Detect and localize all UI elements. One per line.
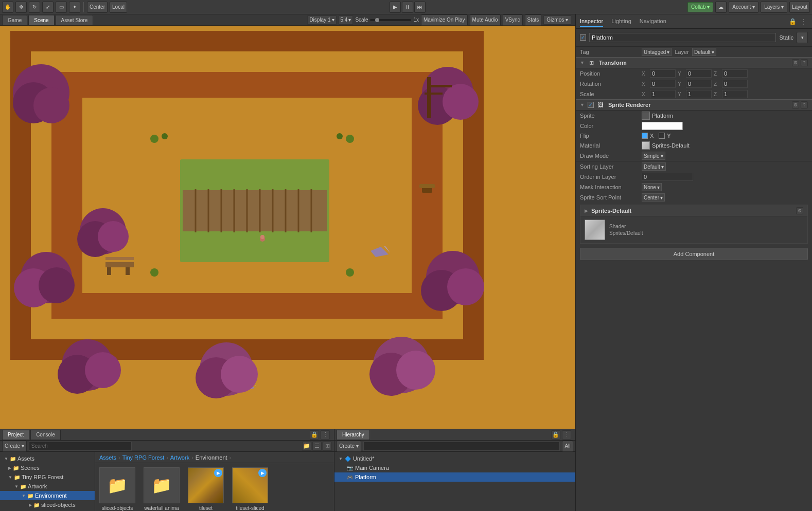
tab-hierarchy[interactable]: Hierarchy	[337, 430, 370, 440]
hierarchy-search[interactable]	[363, 442, 560, 451]
static-dropdown[interactable]: ▾	[797, 32, 808, 43]
hierarchy-platform[interactable]: 🎮 Platform	[334, 472, 575, 482]
aspect-select[interactable]: 5:4 ▾	[339, 15, 354, 25]
create-btn[interactable]: Create ▾	[2, 441, 27, 452]
position-x[interactable]	[650, 69, 676, 78]
object-name-input[interactable]	[589, 33, 776, 42]
sprite-renderer-checkbox[interactable]: ✓	[588, 102, 594, 108]
hierarchy-create-btn[interactable]: Create ▾	[337, 441, 361, 452]
custom-tool-btn[interactable]: ✦	[69, 2, 80, 13]
add-component-btn[interactable]: Add Component	[580, 248, 808, 260]
material-options-btn[interactable]: ⚙	[796, 207, 803, 214]
sorting-layer-dropdown[interactable]: Default ▾	[642, 162, 666, 171]
sr-help-btn[interactable]: ?	[801, 101, 808, 108]
inspector-menu-btn[interactable]: ⋮	[799, 17, 808, 26]
mask-interaction-dropdown[interactable]: None ▾	[642, 183, 662, 191]
hierarchy-scene-root[interactable]: ▼ 🔷 Untitled*	[334, 454, 575, 463]
local-btn[interactable]: Local	[110, 2, 127, 13]
draw-mode-dropdown[interactable]: Simple ▾	[642, 152, 665, 160]
layout-btn[interactable]: Layout	[789, 2, 810, 13]
tab-navigation[interactable]: Navigation	[640, 16, 666, 27]
tab-lighting[interactable]: Lighting	[611, 16, 631, 27]
tab-asset-store[interactable]: Asset Store	[56, 15, 94, 25]
asset-sliced-objects[interactable]: 📁 sliced-objects	[99, 467, 135, 511]
display-select[interactable]: Display 1 ▾	[307, 15, 336, 25]
tag-dropdown[interactable]: Untagged ▾	[642, 48, 672, 56]
breadcrumb-tiny-rpg[interactable]: Tiny RPG Forest	[122, 454, 165, 461]
position-z[interactable]	[722, 69, 748, 78]
tree-scenes[interactable]: ▶ 📁 Scenes	[0, 463, 95, 472]
scale-tool-btn[interactable]: ⤢	[42, 2, 54, 13]
breadcrumb-assets[interactable]: Assets	[99, 454, 116, 461]
asset-tileset-sliced[interactable]: ▶ tileset-sliced	[232, 467, 268, 511]
rect-tool-btn[interactable]: ▭	[56, 2, 67, 13]
play-btn[interactable]: ▶	[390, 2, 401, 13]
collab-btn[interactable]: Collab ▾	[687, 2, 713, 12]
project-search[interactable]	[29, 442, 132, 451]
tree-assets[interactable]: ▼ 📁 Assets	[0, 454, 95, 463]
hierarchy-main-camera[interactable]: 📷 Main Camera	[334, 463, 575, 472]
tree-sliced-objects[interactable]: ▶ 📁 sliced-objects	[0, 500, 95, 509]
tree-artwork[interactable]: ▼ 📁 Artwork	[0, 482, 95, 491]
object-active-checkbox[interactable]: ✓	[580, 34, 586, 41]
tab-game[interactable]: Game	[2, 15, 27, 25]
inspector-lock-btn[interactable]: 🔒	[788, 17, 797, 26]
position-row: Position X Y Z	[576, 68, 812, 79]
grid-view-btn[interactable]: ⊞	[323, 442, 332, 451]
transform-options-btn[interactable]: ⚙	[792, 59, 799, 66]
transform-header[interactable]: ▼ ⊞ Transform ⚙ ?	[576, 57, 812, 68]
project-menu-btn[interactable]: ⋮	[321, 430, 330, 440]
breadcrumb-artwork[interactable]: Artwork	[170, 454, 189, 461]
sprite-sort-dropdown[interactable]: Center ▾	[642, 193, 665, 202]
color-swatch[interactable]	[642, 122, 683, 130]
scale-slider[interactable]	[370, 19, 411, 21]
vsync-btn[interactable]: VSync	[503, 14, 523, 26]
account-dropdown[interactable]: Account ▾	[729, 2, 758, 13]
sprite-renderer-header[interactable]: ▼ ✓ 🖼 Sprite Renderer ⚙ ?	[576, 99, 812, 111]
center-btn[interactable]: Center	[87, 2, 108, 13]
maximize-btn[interactable]: Maximize On Play	[421, 14, 468, 26]
layers-dropdown[interactable]: Layers ▾	[761, 2, 787, 13]
hierarchy-lock-btn[interactable]: 🔒	[551, 430, 560, 440]
hand-tool-btn[interactable]: ✋	[2, 2, 13, 13]
rotate-tool-btn[interactable]: ↻	[29, 2, 40, 13]
tab-scene[interactable]: Scene	[28, 15, 54, 25]
list-view-btn[interactable]: ☰	[312, 442, 322, 451]
unity-icon: 🔷	[345, 456, 351, 462]
tree-item-label: Assets	[17, 455, 34, 462]
tab-console[interactable]: Console	[30, 430, 61, 440]
gizmos-btn[interactable]: Gizmos ▾	[543, 15, 571, 25]
svg-rect-39	[107, 267, 111, 275]
tree-environment[interactable]: ▼ 📁 Environment	[0, 491, 95, 500]
rotation-x[interactable]	[650, 80, 676, 88]
tab-inspector[interactable]: Inspector	[580, 16, 603, 27]
mute-btn[interactable]: Mute Audio	[470, 14, 501, 26]
move-tool-btn[interactable]: ✥	[15, 2, 27, 13]
rotation-y[interactable]	[686, 80, 712, 88]
project-lock-btn[interactable]: 🔒	[310, 430, 319, 440]
scale-z[interactable]	[722, 90, 748, 98]
project-content: ▼ 📁 Assets ▶ 📁 Scenes ▼ 📁 Tiny RP	[0, 452, 334, 511]
cloud-btn[interactable]: ☁	[715, 2, 727, 13]
project-panel: Project Console 🔒 ⋮ Create ▾	[0, 429, 334, 511]
scale-y[interactable]	[686, 90, 712, 98]
all-btn[interactable]: All	[562, 441, 573, 452]
pause-btn[interactable]: ⏸	[402, 2, 413, 13]
tree-tiny-rpg[interactable]: ▼ 📁 Tiny RPG Forest	[0, 472, 95, 482]
order-input[interactable]	[642, 173, 693, 181]
rotation-z[interactable]	[722, 80, 748, 88]
hierarchy-menu-btn[interactable]: ⋮	[562, 430, 571, 440]
step-btn[interactable]: ⏭	[414, 2, 426, 13]
layer-dropdown[interactable]: Default ▾	[692, 48, 716, 56]
flip-y-checkbox[interactable]	[659, 133, 665, 139]
tab-project[interactable]: Project	[2, 430, 29, 440]
flip-x-checkbox[interactable]	[642, 133, 648, 139]
transform-help-btn[interactable]: ?	[801, 59, 808, 66]
asset-waterfall[interactable]: 📁 waterfall animat...	[144, 467, 180, 511]
asset-tileset[interactable]: ▶ tileset	[188, 467, 224, 511]
sr-options-btn[interactable]: ⚙	[792, 101, 799, 108]
scale-x[interactable]	[650, 90, 676, 98]
stats-btn[interactable]: Stats	[525, 14, 542, 26]
position-y[interactable]	[686, 69, 712, 78]
folder-icon-btn[interactable]: 📁	[302, 442, 311, 451]
